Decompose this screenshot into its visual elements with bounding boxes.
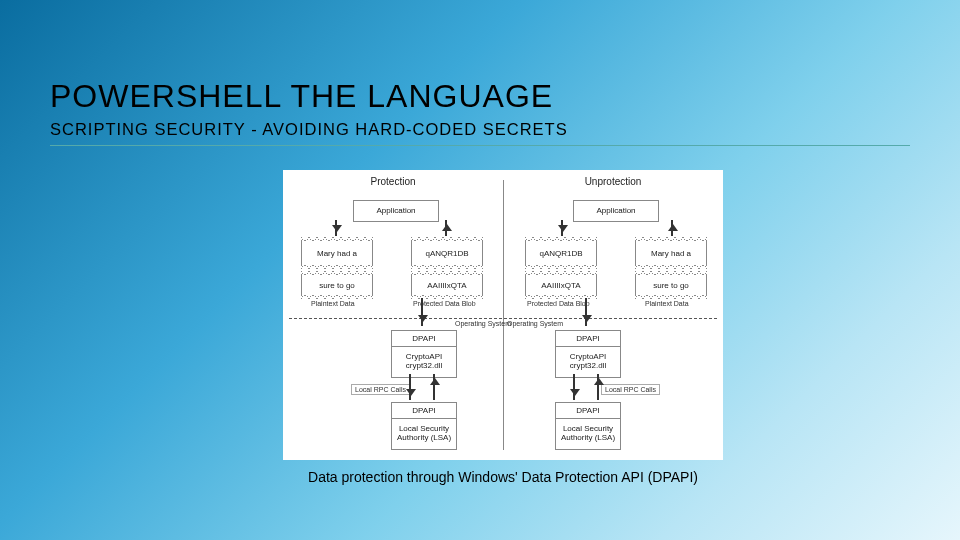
crypto-left: CryptoAPI crypt32.dll: [391, 346, 457, 378]
cipher-text-2: AAIIIIxQTA: [427, 281, 466, 290]
arrow-l4: [409, 374, 411, 400]
plain-text-r1: Mary had a: [651, 249, 691, 258]
slide-title: POWERSHELL THE LANGUAGE: [50, 78, 553, 115]
cipher-wave-left2: AAIIIIxQTA: [411, 274, 483, 296]
arrow-l1: [335, 220, 337, 236]
dpapi-diagram: Protection Unprotection Application Appl…: [283, 170, 723, 460]
cipher-text-r1: qANQR1DB: [539, 249, 582, 258]
os-boundary: [289, 318, 717, 319]
rpc-left: Local RPC Calls: [351, 384, 410, 395]
plain-text-2: sure to go: [319, 281, 355, 290]
plain-text-1: Mary had a: [317, 249, 357, 258]
arrow-l2: [421, 298, 423, 326]
protection-header: Protection: [283, 176, 503, 192]
cipher-label-right: Protected Data Blob: [527, 300, 590, 307]
arrow-l3: [445, 220, 447, 236]
plain-label-right: Plaintext Data: [645, 300, 689, 307]
arrow-l5: [433, 374, 435, 400]
plain-wave-left: Mary had a: [301, 240, 373, 266]
unprotection-header: Unprotection: [503, 176, 723, 192]
cipher-wave-right2: AAIIIIxQTA: [525, 274, 597, 296]
arrow-r3: [671, 220, 673, 236]
cipher-text-1: qANQR1DB: [425, 249, 468, 258]
slide-subtitle: SCRIPTING SECURITY - AVOIDING HARD-CODED…: [50, 120, 568, 139]
lsa-r2: Authority (LSA): [561, 434, 615, 443]
arrow-r2: [585, 298, 587, 326]
os-label-right: Operating System: [507, 320, 563, 327]
arrow-r4: [573, 374, 575, 400]
application-left: Application: [353, 200, 439, 222]
divider: [50, 145, 910, 146]
crypto-r2: crypt32.dll: [570, 362, 606, 371]
plain-wave-left2: sure to go: [301, 274, 373, 296]
lsa-left: Local Security Authority (LSA): [391, 418, 457, 450]
cipher-wave-right: qANQR1DB: [525, 240, 597, 266]
plain-wave-right2: sure to go: [635, 274, 707, 296]
rpc-right: Local RPC Calls: [601, 384, 660, 395]
center-divider: [503, 180, 504, 450]
lsa-right: Local Security Authority (LSA): [555, 418, 621, 450]
os-label-left: Operating System: [455, 320, 511, 327]
plain-label-left: Plaintext Data: [311, 300, 355, 307]
diagram-caption: Data protection through Windows' Data Pr…: [283, 468, 723, 486]
application-right: Application: [573, 200, 659, 222]
crypto-right: CryptoAPI crypt32.dll: [555, 346, 621, 378]
arrow-r1: [561, 220, 563, 236]
crypto-l2: crypt32.dll: [406, 362, 442, 371]
cipher-text-r2: AAIIIIxQTA: [541, 281, 580, 290]
arrow-r5: [597, 374, 599, 400]
plain-wave-right: Mary had a: [635, 240, 707, 266]
lsa-l2: Authority (LSA): [397, 434, 451, 443]
cipher-wave-left: qANQR1DB: [411, 240, 483, 266]
plain-text-r2: sure to go: [653, 281, 689, 290]
